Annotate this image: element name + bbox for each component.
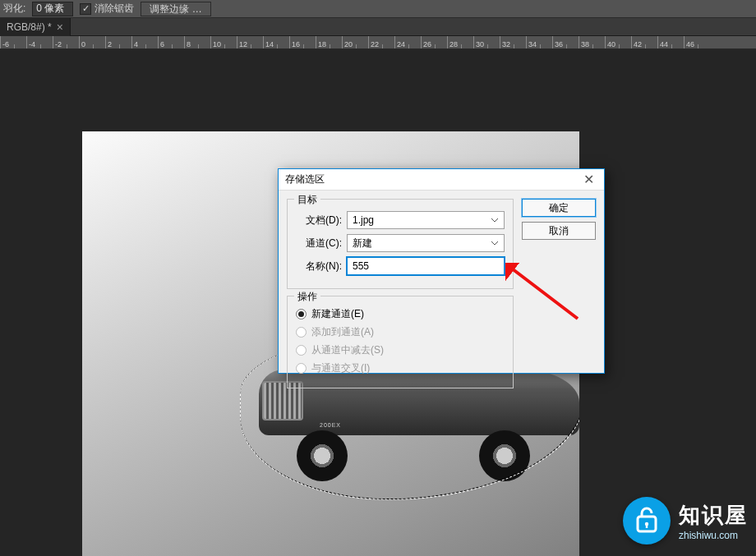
operation-radio-0[interactable]: 新建通道(E) (296, 307, 505, 321)
ruler-tick: 0 (79, 36, 105, 49)
watermark-cn: 知识屋 (679, 501, 748, 530)
ruler-tick: 12 (237, 36, 263, 49)
ruler-tick: 6 (158, 36, 184, 49)
operation-radio-1: 添加到通道(A) (296, 325, 505, 339)
watermark-url: zhishiwu.com (679, 530, 748, 541)
ruler-tick: 2 (105, 36, 131, 49)
watermark: 知识屋 zhishiwu.com (623, 497, 748, 545)
destination-fieldset: 目标 文档(D): 1.jpg 通道(C): 新建 名称( (287, 199, 514, 289)
options-bar: 羽化: ✓ 消除锯齿 调整边缘 … (0, 0, 756, 18)
document-select[interactable]: 1.jpg (347, 211, 505, 229)
cancel-button[interactable]: 取消 (522, 222, 596, 240)
name-label: 名称(N): (296, 260, 342, 273)
ruler-tick: 8 (184, 36, 210, 49)
feather-input[interactable] (32, 2, 73, 16)
ruler-tick: 30 (473, 36, 500, 49)
antialias-checkbox[interactable]: ✓ 消除锯齿 (80, 2, 134, 16)
operation-radio-label: 新建通道(E) (311, 307, 364, 321)
antialias-label: 消除锯齿 (94, 2, 134, 16)
save-selection-dialog: 存储选区 ✕ 目标 文档(D): 1.jpg 通道(C): 新建 (278, 168, 605, 374)
operation-radio-label: 从通道中减去(S) (311, 343, 384, 357)
ruler-tick: 28 (447, 36, 473, 49)
horizontal-ruler: -6-4-20246810121416182022242628303234363… (0, 36, 756, 49)
ruler-tick: 24 (394, 36, 421, 49)
operation-radio-3: 与通道交叉(I) (296, 361, 505, 375)
ruler-tick: 40 (605, 36, 631, 49)
operation-fieldset: 操作 新建通道(E)添加到通道(A)从通道中减去(S)与通道交叉(I) (287, 296, 514, 388)
car-badge-text: 200EX (320, 422, 341, 428)
close-icon[interactable]: × (57, 21, 63, 34)
ruler-tick: 36 (552, 36, 579, 49)
ruler-tick: 32 (500, 36, 526, 49)
ruler-tick: 42 (631, 36, 657, 49)
ruler-tick: 26 (421, 36, 447, 49)
operation-radio-label: 添加到通道(A) (311, 325, 374, 339)
document-tab[interactable]: RGB/8#) * × (0, 18, 71, 36)
ruler-tick: 22 (368, 36, 394, 49)
document-label: 文档(D): (296, 214, 342, 227)
ruler-tick: 16 (289, 36, 316, 49)
close-icon[interactable]: ✕ (580, 172, 597, 187)
refine-edge-button[interactable]: 调整边缘 … (141, 2, 210, 16)
radio-icon (296, 327, 307, 338)
feather-label: 羽化: (3, 2, 25, 16)
operation-legend: 操作 (294, 290, 320, 304)
dialog-titlebar[interactable]: 存储选区 ✕ (279, 169, 604, 191)
ruler-tick: -4 (26, 36, 53, 49)
watermark-logo-icon (623, 497, 671, 545)
radio-icon (296, 363, 307, 374)
dialog-title: 存储选区 (285, 172, 325, 186)
channel-select[interactable]: 新建 (347, 234, 505, 252)
operation-radio-label: 与通道交叉(I) (311, 361, 370, 375)
document-tab-bar: RGB/8#) * × (0, 18, 756, 36)
ruler-tick: -6 (0, 36, 26, 49)
document-tab-title: RGB/8#) * (7, 21, 52, 33)
check-icon: ✓ (80, 3, 91, 15)
ruler-tick: 44 (657, 36, 684, 49)
ruler-tick: 34 (526, 36, 552, 49)
ruler-tick: 10 (210, 36, 237, 49)
ruler-tick: 38 (579, 36, 605, 49)
canvas-area[interactable]: 200EX 存储选区 ✕ 目标 文档(D): 1.jpg 通 (0, 49, 756, 556)
ruler-tick: 46 (684, 36, 710, 49)
ruler-tick: 18 (316, 36, 342, 49)
ruler-tick: 4 (131, 36, 158, 49)
ruler-tick: -2 (53, 36, 79, 49)
name-input[interactable] (347, 257, 505, 275)
operation-radio-2: 从通道中减去(S) (296, 343, 505, 357)
radio-icon (296, 309, 307, 319)
ok-button[interactable]: 确定 (522, 199, 596, 217)
ruler-tick: 20 (342, 36, 368, 49)
ruler-tick: 14 (263, 36, 289, 49)
radio-icon (296, 345, 307, 356)
destination-legend: 目标 (294, 193, 320, 207)
svg-rect-4 (646, 525, 648, 528)
channel-label: 通道(C): (296, 237, 342, 250)
